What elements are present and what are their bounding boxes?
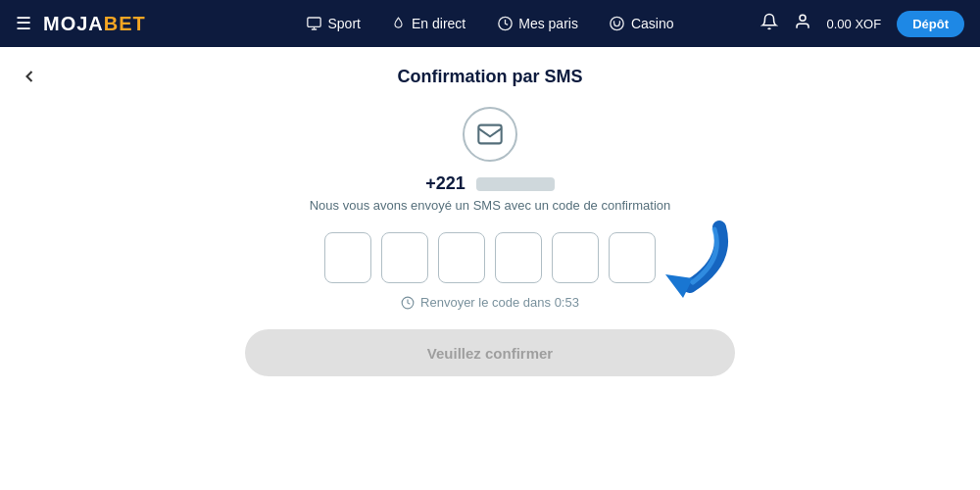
code-input-4[interactable]: [495, 232, 542, 283]
main-nav: Sport En direct Mes paris Casino: [307, 16, 674, 31]
code-input-1[interactable]: [324, 232, 371, 283]
back-arrow-icon: [20, 67, 39, 86]
hamburger-icon[interactable]: ☰: [16, 13, 31, 34]
code-input-group: [324, 232, 656, 283]
code-input-5[interactable]: [552, 232, 599, 283]
svg-point-3: [800, 15, 806, 21]
main-content: Confirmation par SMS +221 Nous vous avon…: [0, 47, 980, 490]
logo: MOJABET: [43, 13, 146, 35]
header-right: 0.00 XOF Dépôt: [760, 11, 964, 37]
nav-item-sport[interactable]: Sport: [307, 16, 361, 31]
logo-moja: MOJA: [43, 13, 104, 34]
header: ☰ MOJABET Sport En direct Mes paris Casi…: [0, 0, 980, 47]
confirm-button[interactable]: Veuillez confirmer: [245, 329, 735, 376]
timer-icon: [401, 296, 415, 310]
sms-info-text: Nous vous avons envoyé un SMS avec un co…: [310, 198, 671, 213]
page-title: Confirmation par SMS: [397, 67, 582, 87]
deposit-button[interactable]: Dépôt: [897, 11, 964, 37]
casino-icon: [610, 16, 625, 31]
phone-number: +221: [425, 173, 555, 194]
bell-icon[interactable]: [760, 13, 778, 35]
nav-item-endirect[interactable]: En direct: [392, 16, 466, 31]
clock-icon: [497, 16, 513, 31]
envelope-icon: [476, 121, 504, 148]
header-left: ☰ MOJABET: [16, 13, 146, 35]
svg-point-2: [611, 17, 623, 29]
svg-marker-5: [665, 274, 693, 298]
code-input-2[interactable]: [381, 232, 428, 283]
resend-timer: Renvoyer le code dans 0:53: [401, 295, 579, 310]
envelope-icon-wrapper: [463, 107, 517, 162]
nav-label-casino: Casino: [631, 16, 674, 31]
svg-rect-0: [308, 18, 320, 26]
logo-bet: BET: [104, 13, 146, 34]
back-button[interactable]: [20, 67, 39, 91]
nav-item-casino[interactable]: Casino: [610, 16, 674, 31]
nav-label-sport: Sport: [328, 16, 361, 31]
nav-item-mesparis[interactable]: Mes paris: [497, 16, 578, 31]
phone-blurred: [476, 177, 555, 191]
fire-icon: [392, 16, 406, 31]
user-icon[interactable]: [794, 13, 811, 35]
code-input-6[interactable]: [609, 232, 656, 283]
svg-rect-4: [478, 125, 501, 144]
nav-label-endirect: En direct: [412, 16, 466, 31]
sport-icon: [307, 16, 322, 31]
nav-label-mesparis: Mes paris: [518, 16, 578, 31]
code-input-3[interactable]: [438, 232, 485, 283]
balance-display: 0.00 XOF: [827, 17, 882, 31]
